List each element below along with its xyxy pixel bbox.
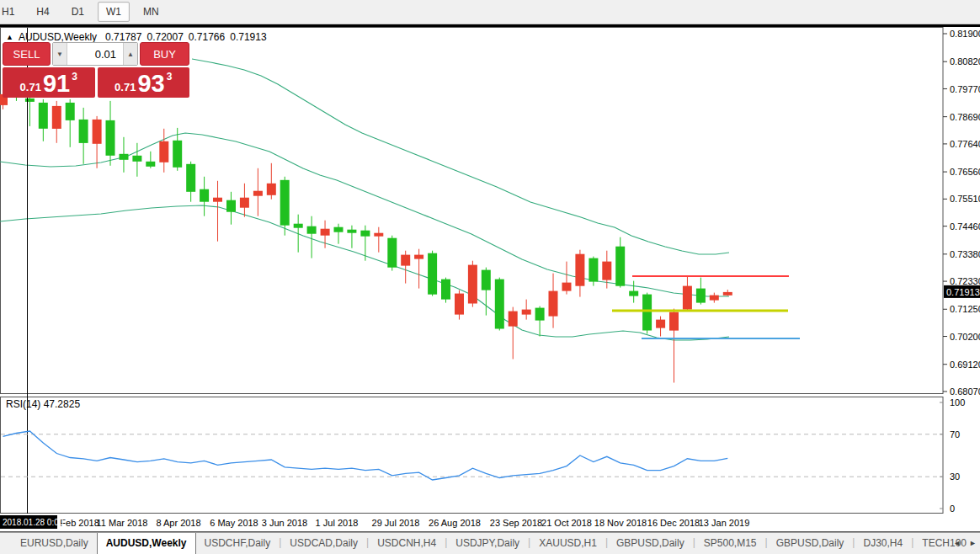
rsi-axis-label: 70 bbox=[950, 429, 960, 439]
rsi-name: RSI(14) bbox=[6, 398, 40, 410]
timeframe-button-h4[interactable]: H4 bbox=[28, 2, 57, 22]
price-axis-label: 0.78690 bbox=[950, 112, 980, 122]
sell-button[interactable]: SELL bbox=[3, 42, 51, 66]
candle-body bbox=[93, 120, 102, 144]
candle-body bbox=[509, 312, 518, 327]
rsi-pane-border bbox=[1, 397, 944, 514]
candle-body bbox=[669, 312, 679, 331]
ohlc-close: 0.71913 bbox=[230, 31, 266, 43]
candle-body bbox=[132, 156, 141, 162]
candle-body bbox=[401, 255, 410, 266]
timeframe-button-d1[interactable]: D1 bbox=[63, 2, 93, 22]
timeframe-button-mn[interactable]: MN bbox=[135, 2, 168, 22]
volume-decrease-icon[interactable]: ▼ bbox=[53, 43, 67, 65]
sell-price-main: 91 bbox=[43, 71, 70, 96]
chart-tab-usdcad-daily[interactable]: USDCAD,Daily bbox=[281, 533, 366, 554]
time-axis-label: 8 Apr 2018 bbox=[156, 518, 200, 528]
candle-body bbox=[226, 200, 236, 212]
candle-body bbox=[535, 308, 545, 321]
candle-body bbox=[549, 291, 558, 317]
time-axis-label: 13 Jan 2019 bbox=[699, 518, 750, 528]
rsi-current-value: 47.2825 bbox=[44, 398, 80, 410]
tab-scroll-buttons: ◄► bbox=[953, 532, 977, 554]
candle-body bbox=[294, 224, 303, 228]
time-axis: 1 Feb 201811 Mar 20188 Apr 20186 May 201… bbox=[0, 515, 749, 529]
ohlc-high: 0.72007 bbox=[146, 31, 183, 43]
chart-tab-eurusd-daily[interactable]: EURUSD,Daily bbox=[12, 533, 97, 554]
chart-tab-usdjpy-daily[interactable]: USDJPY,Daily bbox=[447, 533, 528, 554]
candle-body bbox=[253, 191, 263, 196]
mt4-window: H1H4D1W1MN 0.819000.808200.797700.786900… bbox=[0, 0, 980, 554]
candle-body bbox=[374, 233, 383, 237]
buy-price-pip: 3 bbox=[167, 71, 173, 83]
candle-body bbox=[173, 141, 182, 168]
timeframe-button-w1[interactable]: W1 bbox=[98, 2, 130, 22]
time-axis-label: 6 May 2018 bbox=[210, 518, 258, 528]
volume-increase-icon[interactable]: ▲ bbox=[123, 43, 137, 65]
candle-body bbox=[280, 180, 290, 226]
time-axis-label: 1 Jul 2018 bbox=[316, 518, 359, 528]
timeframe-button-h1[interactable]: H1 bbox=[0, 2, 23, 22]
buy-button[interactable]: BUY bbox=[140, 42, 189, 66]
candle-body bbox=[562, 283, 572, 291]
candle-body bbox=[360, 231, 370, 237]
candle-body bbox=[240, 198, 249, 208]
symbol-label: AUDUSD,Weekly bbox=[19, 31, 97, 43]
volume-input[interactable]: 0.01 bbox=[67, 43, 123, 65]
chart-tab-dj30-h4[interactable]: DJ30,H4 bbox=[855, 533, 911, 554]
candle-body bbox=[723, 292, 732, 296]
sell-price-display[interactable]: 0.71 91 3 bbox=[3, 67, 95, 98]
candle-body bbox=[307, 226, 317, 234]
chart-tab-gbpusd-daily[interactable]: GBPUSD,Daily bbox=[768, 533, 853, 554]
collapse-triangle-icon[interactable]: ▲ bbox=[6, 33, 13, 41]
candle-body bbox=[495, 280, 504, 329]
candle-body bbox=[66, 103, 75, 120]
sell-price-pip: 3 bbox=[72, 71, 77, 83]
vline-date-text: 2018.01.28 0:00 bbox=[3, 518, 64, 527]
rsi-axis-label: 30 bbox=[950, 471, 960, 482]
chart-title: ▲ AUDUSD,Weekly 0.71787 0.72007 0.71766 … bbox=[6, 31, 267, 43]
price-axis-label: 0.71250 bbox=[950, 304, 980, 314]
tab-scroll-left-icon[interactable]: ◄ bbox=[953, 539, 961, 547]
candle-body bbox=[347, 230, 356, 233]
price-axis-label: 0.74460 bbox=[950, 221, 980, 232]
candle-body bbox=[159, 141, 168, 162]
chart-tab-gbpusd-daily[interactable]: GBPUSD,Daily bbox=[608, 533, 693, 554]
chart-tab-usdcnh-h4[interactable]: USDCNH,H4 bbox=[369, 533, 445, 554]
tab-scroll-right-icon[interactable]: ► bbox=[969, 539, 977, 547]
buy-price-prefix: 0.71 bbox=[115, 81, 136, 93]
time-axis-label: 26 Aug 2018 bbox=[429, 518, 481, 528]
chart-canvas[interactable]: 0.819000.808200.797700.786900.776400.765… bbox=[0, 27, 980, 532]
candle-body bbox=[106, 120, 115, 156]
chart-tab-audusd-weekly[interactable]: AUDUSD,Weekly bbox=[97, 533, 196, 554]
candle-body bbox=[656, 320, 665, 328]
price-axis-label: 0.68070 bbox=[950, 386, 980, 397]
candle-body bbox=[696, 289, 706, 303]
chart-tab-xauusd-h1[interactable]: XAUUSD,H1 bbox=[530, 533, 605, 554]
price-chart-svg[interactable]: 0.819000.808200.797700.786900.776400.765… bbox=[0, 27, 980, 532]
timeframe-toolbar: H1H4D1W1MN bbox=[0, 0, 980, 24]
chart-tab-sp500-m15[interactable]: SP500,M15 bbox=[695, 533, 765, 554]
time-axis-label: 29 Jul 2018 bbox=[372, 518, 420, 528]
price-axis-label: 0.80820 bbox=[950, 56, 980, 67]
ohlc-open: 0.71787 bbox=[105, 31, 141, 43]
candle-body bbox=[321, 229, 330, 236]
price-axis-label: 0.79770 bbox=[950, 84, 980, 94]
candle-body bbox=[428, 253, 437, 295]
rsi-indicator-label: RSI(14) 47.2825 bbox=[6, 398, 80, 410]
chart-tab-bar: EURUSD,DailyAUDUSD,WeeklyUSDCHF,Daily|US… bbox=[0, 532, 980, 554]
candle-body bbox=[213, 198, 222, 202]
candle-body bbox=[334, 227, 344, 232]
candle-body bbox=[267, 184, 276, 195]
buy-price-main: 93 bbox=[137, 71, 164, 96]
rsi-axis-label: 100 bbox=[950, 397, 965, 408]
rsi-axis-label: 0 bbox=[950, 503, 955, 514]
candle-body bbox=[387, 238, 397, 268]
chart-tab-usdchf-daily[interactable]: USDCHF,Daily bbox=[196, 533, 280, 554]
candle-body bbox=[482, 270, 491, 290]
one-click-trade-panel: SELL ▼ 0.01 ▲ BUY 0.71 91 3 0.71 93 3 bbox=[3, 42, 189, 98]
candle-body bbox=[468, 265, 477, 304]
price-axis: 0.819000.808200.797700.786900.776400.765… bbox=[943, 29, 980, 397]
ohlc-low: 0.71766 bbox=[189, 31, 225, 43]
buy-price-display[interactable]: 0.71 93 3 bbox=[98, 67, 190, 98]
